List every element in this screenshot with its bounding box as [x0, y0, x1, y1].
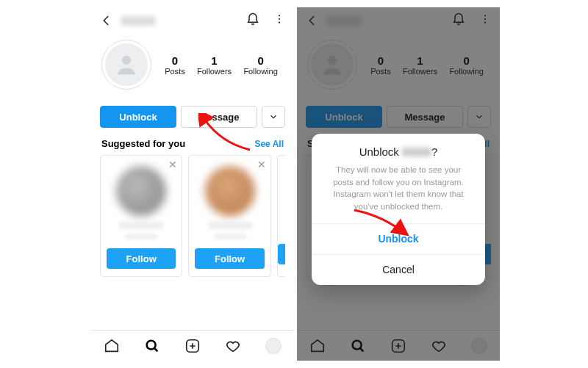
dialog-title-prefix: Unblock — [359, 145, 402, 158]
stat-posts-value: 0 — [165, 54, 185, 67]
suggestion-sub-blur — [214, 234, 246, 239]
follow-button[interactable]: Follow — [107, 248, 176, 269]
suggestion-card: ✕ Follow — [100, 155, 182, 277]
top-bar — [91, 7, 294, 34]
phone-left: 0 Posts 1 Followers 0 Following Unblock … — [91, 7, 294, 361]
stat-followers-value: 1 — [197, 54, 232, 67]
stat-following-label: Following — [243, 67, 277, 76]
search-icon[interactable] — [144, 338, 160, 354]
username-blur — [121, 16, 156, 26]
more-icon[interactable] — [273, 13, 285, 28]
close-icon[interactable]: ✕ — [168, 159, 177, 170]
svg-point-3 — [122, 56, 131, 65]
suggestion-name-blur — [208, 222, 252, 229]
dialog-cancel-button[interactable]: Cancel — [312, 254, 485, 285]
stat-following-value: 0 — [243, 54, 277, 67]
dialog-unblock-button[interactable]: Unblock — [312, 223, 485, 254]
close-icon[interactable]: ✕ — [257, 159, 266, 170]
suggestion-avatar[interactable] — [116, 166, 166, 216]
profile-icon[interactable] — [265, 338, 282, 354]
stat-following[interactable]: 0 Following — [243, 54, 277, 76]
notifications-icon[interactable] — [245, 12, 260, 29]
unblock-button[interactable]: Unblock — [100, 106, 176, 128]
svg-point-1 — [279, 18, 280, 20]
dialog-title-suffix: ? — [431, 145, 437, 158]
back-icon[interactable] — [100, 14, 113, 27]
see-all-link[interactable]: See All — [254, 139, 284, 149]
new-post-icon[interactable] — [184, 338, 201, 354]
message-button[interactable]: Message — [181, 106, 257, 128]
home-icon[interactable] — [104, 338, 120, 354]
dialog-body: They will now be able to see your posts … — [312, 161, 485, 223]
suggestion-name-blur — [119, 222, 163, 229]
dialog-title: Unblock ? — [312, 134, 485, 161]
profile-avatar[interactable] — [101, 40, 151, 90]
suggestion-card-peek[interactable] — [277, 155, 285, 277]
stat-posts[interactable]: 0 Posts — [165, 54, 185, 76]
phone-right: 0 Posts 1 Followers 0 Following Unblock … — [297, 7, 500, 361]
svg-point-2 — [279, 22, 280, 24]
suggestion-sub-blur — [125, 234, 157, 239]
suggestion-card: ✕ Follow — [188, 155, 270, 277]
stat-followers-label: Followers — [197, 67, 232, 76]
follow-button[interactable]: Follow — [195, 248, 264, 269]
stat-followers[interactable]: 1 Followers — [197, 54, 232, 76]
suggestion-avatar[interactable] — [205, 166, 255, 216]
profile-header: 0 Posts 1 Followers 0 Following — [91, 34, 294, 93]
dialog-username-blur — [402, 148, 431, 156]
svg-point-0 — [279, 15, 280, 16]
stat-posts-label: Posts — [165, 67, 185, 76]
suggested-title: Suggested for you — [101, 138, 185, 149]
activity-icon[interactable] — [225, 338, 241, 354]
unblock-dialog: Unblock ? They will now be able to see y… — [312, 134, 485, 285]
bottom-nav — [91, 330, 294, 361]
suggestions-toggle[interactable] — [262, 106, 285, 128]
